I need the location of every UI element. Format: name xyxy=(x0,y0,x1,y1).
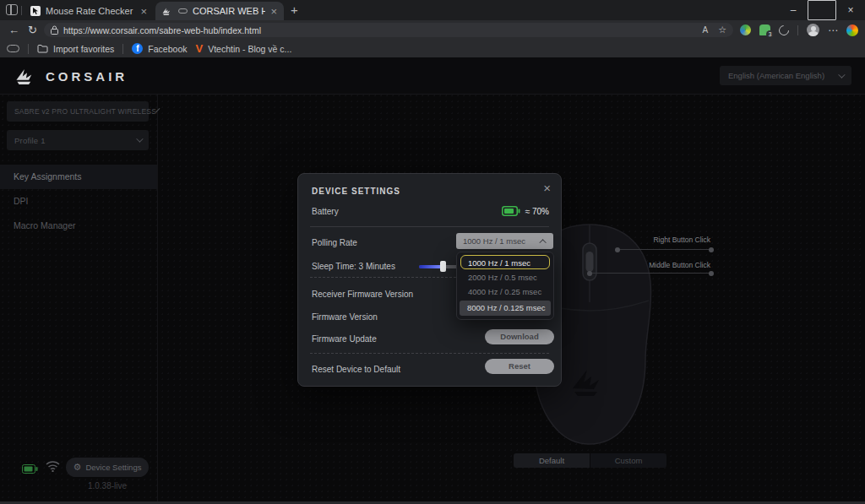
import-favorites-label: Import favorites xyxy=(53,44,114,54)
import-favorites-button[interactable]: Import favorites xyxy=(37,44,114,54)
battery-value: ≈ 70% xyxy=(525,207,549,216)
settings-more-icon[interactable]: ⋯ xyxy=(828,24,838,36)
profile-name: Profile 1 xyxy=(14,136,46,145)
sleep-time-label: Sleep Time: 3 Minutes xyxy=(312,262,395,271)
sidebar-item-dpi[interactable]: DPI xyxy=(0,189,157,214)
extension-badge: 3 xyxy=(766,30,774,38)
bookmark-facebook[interactable]: f Facebook xyxy=(132,43,187,54)
tab-separator xyxy=(21,6,22,15)
refresh-button[interactable]: ↻ xyxy=(28,23,37,37)
wireless-status-icon xyxy=(46,461,60,472)
polling-rate-value: 1000 Hz / 1 msec xyxy=(463,236,525,246)
window-close-button[interactable]: × xyxy=(836,0,865,20)
favorite-star-icon[interactable]: ☆ xyxy=(718,24,726,35)
modal-title: DEVICE SETTINGS xyxy=(312,187,400,196)
device-settings-button[interactable]: ⚙ Device Settings xyxy=(66,458,149,477)
battery-level-icon xyxy=(502,206,520,216)
favorites-bar: Import favorites f Facebook V Vtechtin -… xyxy=(0,40,865,57)
callout-middle-button-line xyxy=(590,273,711,274)
gear-icon: ⚙ xyxy=(73,462,82,473)
extension-icon[interactable] xyxy=(740,24,751,35)
callout-right-button-label: Right Button Click xyxy=(601,236,710,244)
corsair-sails-icon xyxy=(15,68,39,85)
slider-fill xyxy=(419,265,442,268)
extensions-area: 3 ⋯ xyxy=(740,22,858,38)
language-value: English (American English) xyxy=(728,71,824,80)
read-aloud-icon[interactable]: A xyxy=(702,25,708,35)
extension-icon[interactable] xyxy=(777,23,792,37)
battery-label: Battery xyxy=(312,207,339,216)
chevron-down-icon xyxy=(136,135,143,142)
url-text: https://www.corsair.com/sabre-web-hub/in… xyxy=(63,25,702,35)
callout-right-button-line xyxy=(617,249,711,250)
sidebar-item-macro-manager[interactable]: Macro Manager xyxy=(0,214,157,238)
modal-divider xyxy=(310,353,549,354)
tab-corsair-web-hub[interactable]: CORSAIR WEB HUB × xyxy=(155,2,284,20)
option-1000hz[interactable]: 1000 Hz / 1 msec xyxy=(460,255,550,269)
option-8000hz[interactable]: 8000 Hz / 0.125 msec xyxy=(460,301,551,316)
profile-selector[interactable]: Profile 1 xyxy=(7,130,149,150)
callout-middle-button-label: Middle Button Click xyxy=(601,261,710,269)
copilot-icon[interactable] xyxy=(846,24,858,36)
browser-titlebar: Mouse Rate Checker (Test Mouse × CORSAIR… xyxy=(0,0,865,20)
bookmark-label: Facebook xyxy=(148,44,187,54)
modal-divider xyxy=(310,226,549,227)
bookmark-label: Vtechtin - Blog về c... xyxy=(208,44,291,54)
sidebar-divider xyxy=(157,95,158,504)
battery-status-icon xyxy=(22,464,38,474)
maximize-icon xyxy=(808,0,836,20)
favbar-separator xyxy=(122,44,123,54)
window-maximize-button[interactable] xyxy=(808,0,836,20)
firmware-update-label: Firmware Update xyxy=(312,334,377,344)
address-bar[interactable]: https://www.corsair.com/sabre-web-hub/in… xyxy=(44,23,733,37)
download-button[interactable]: Download xyxy=(485,329,554,344)
device-selector[interactable]: SABRE v2 PRO ULTRALIGHT WIRELESS xyxy=(7,101,149,122)
reset-button[interactable]: Reset xyxy=(485,359,554,374)
battery-value-group: ≈ 70% xyxy=(502,206,549,216)
device-name: SABRE v2 PRO ULTRALIGHT WIRELESS xyxy=(14,107,156,116)
tab-close-icon[interactable]: × xyxy=(270,6,277,17)
tab-actions-icon[interactable] xyxy=(6,4,18,15)
polling-rate-options: 1000 Hz / 1 msec 2000 Hz / 0.5 msec 4000… xyxy=(456,252,554,320)
firmware-version-label: Firmware Version xyxy=(312,312,378,322)
tab-title: CORSAIR WEB HUB xyxy=(193,6,265,16)
vtechtin-icon: V xyxy=(195,42,203,55)
slider-thumb[interactable] xyxy=(440,261,446,272)
polling-rate-dropdown[interactable]: 1000 Hz / 1 msec xyxy=(456,233,553,249)
tab-mouse-rate-checker[interactable]: Mouse Rate Checker (Test Mouse × xyxy=(24,2,154,20)
device-settings-label: Device Settings xyxy=(85,463,141,472)
window-minimize-button[interactable]: – xyxy=(779,0,808,20)
lock-icon xyxy=(51,25,58,35)
window-controls: – × xyxy=(779,0,865,20)
option-4000hz[interactable]: 4000 Hz / 0.25 msec xyxy=(468,287,541,296)
facebook-icon: f xyxy=(132,43,143,54)
favbar-separator xyxy=(28,44,29,54)
chevron-up-icon xyxy=(539,239,546,246)
chevron-down-icon xyxy=(838,71,845,78)
screen: Mouse Rate Checker (Test Mouse × CORSAIR… xyxy=(0,0,865,504)
new-tab-button[interactable]: + xyxy=(291,3,298,17)
toolbar-separator xyxy=(797,25,798,35)
corsair-favicon xyxy=(162,7,173,16)
sidebar-toggle-icon[interactable] xyxy=(7,45,19,52)
app-version: 1.0.38-live xyxy=(59,481,155,490)
profile-avatar[interactable] xyxy=(807,24,819,36)
tab-title: Mouse Rate Checker (Test Mouse xyxy=(46,6,135,16)
extension-icon[interactable]: 3 xyxy=(759,24,770,35)
modal-close-icon[interactable]: × xyxy=(543,181,551,195)
mouse-rate-checker-favicon xyxy=(30,6,41,16)
receiver-firmware-label: Receiver Firmware Version xyxy=(312,290,413,299)
default-view-button[interactable]: Default xyxy=(514,453,590,468)
custom-view-button[interactable]: Custom xyxy=(590,453,666,468)
back-button[interactable]: ← xyxy=(8,23,19,37)
device-indicator-icon xyxy=(178,8,188,14)
language-selector[interactable]: English (American English) xyxy=(720,66,851,85)
option-2000hz[interactable]: 2000 Hz / 0.5 msec xyxy=(468,273,537,282)
reset-device-label: Reset Device to Default xyxy=(312,365,400,374)
bookmark-vtechtin[interactable]: V Vtechtin - Blog về c... xyxy=(195,42,291,55)
sidebar-item-key-assignments[interactable]: Key Assignments xyxy=(0,165,157,189)
polling-rate-label: Polling Rate xyxy=(312,238,357,247)
folder-icon xyxy=(37,44,48,53)
tab-close-icon[interactable]: × xyxy=(140,6,147,17)
corsair-logo: CORSAIR xyxy=(15,68,128,85)
